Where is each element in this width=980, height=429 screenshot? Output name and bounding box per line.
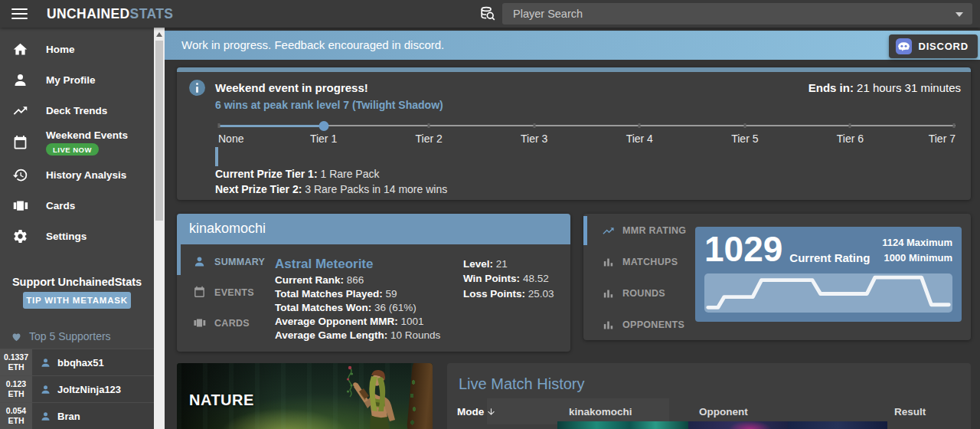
column-result[interactable]: Result (894, 406, 926, 418)
trending-up-icon (12, 103, 28, 119)
main-content: Work in progress. Feedback encouraged in… (165, 28, 980, 429)
tip-with-metamask-button[interactable]: TIP WITH METAMASK (23, 292, 131, 309)
bar-chart-icon (602, 256, 615, 269)
stat-line: Average Game Length: 10 Rounds (275, 329, 463, 341)
home-icon (12, 41, 28, 57)
person-icon (193, 255, 206, 268)
event-title: Weekend event in progress! (215, 81, 368, 94)
person-icon (40, 357, 51, 368)
stat-line: Loss Points: 25.03 (463, 288, 570, 300)
player-search (479, 3, 972, 25)
vertical-scrollbar[interactable] (154, 28, 165, 429)
calendar-icon (12, 135, 28, 151)
logo-bold: UNCHAINED (47, 6, 130, 21)
current-rating-value: 1029 (704, 233, 782, 267)
match-row[interactable] (447, 421, 971, 429)
event-subtitle: 6 wins at peak rank level 7 (Twilight Sh… (215, 99, 961, 111)
sidebar-item-my-profile[interactable]: My Profile (0, 64, 154, 95)
stat-line: Total Matches Won: 36 (61%) (275, 302, 463, 313)
sort-desc-icon (486, 407, 496, 417)
tab-matchups[interactable]: MATCHUPS (583, 247, 695, 278)
nature-card[interactable]: NATURE (177, 363, 433, 429)
stat-line: Current Rank: 866 (275, 274, 463, 286)
tier-labels: None Tier 1 Tier 2 Tier 3 Tier 4 Tier 5 … (218, 133, 956, 146)
supporter-amount: 0.123ETH (0, 376, 32, 402)
mmr-line (708, 277, 949, 307)
supporter-amount: 0.054ETH (0, 403, 32, 429)
menu-icon[interactable] (11, 8, 28, 19)
discord-button[interactable]: DISCORD (889, 34, 978, 58)
mmr-chart (704, 273, 952, 313)
deck-thumbnail (557, 421, 688, 429)
column-player[interactable]: kinakomochi (569, 406, 632, 418)
scroll-up-icon[interactable] (156, 32, 162, 37)
tab-rounds[interactable]: ROUNDS (583, 278, 695, 309)
weekend-event-panel: Weekend event in progress! Ends in: 21 h… (177, 67, 971, 200)
bar-chart-icon (602, 319, 615, 332)
chevron-down-icon[interactable] (956, 12, 963, 17)
nature-label: NATURE (189, 391, 254, 409)
sidebar-item-cards[interactable]: Cards (0, 190, 154, 221)
person-icon (40, 411, 51, 422)
person-icon (40, 384, 51, 395)
cards-icon (193, 316, 206, 329)
database-search-icon[interactable] (479, 5, 496, 22)
mmr-rating-card: 1029 Current Rating 1124 Maximum 1000 Mi… (695, 227, 962, 322)
sidebar-item-home[interactable]: Home (0, 34, 154, 64)
cards-icon (12, 198, 28, 214)
top-supporters-header: Top 5 Supporters (11, 330, 154, 342)
supporter-amount: 0.1337ETH (0, 349, 32, 375)
live-match-history-panel: Live Match History Mode kinakomochi Oppo… (447, 363, 971, 429)
current-prize: Current Prize Tier 1: 1 Rare Pack (215, 168, 961, 180)
rank-title: Astral Meteorite (275, 257, 463, 272)
tab-opponents[interactable]: OPPONENTS (583, 309, 695, 341)
elf-character (335, 365, 408, 429)
tab-summary[interactable]: SUMMARY (177, 247, 275, 277)
stat-line: Total Matches Played: 59 (275, 288, 463, 300)
history-title: Live Match History (459, 375, 971, 393)
supporter-row[interactable]: 0.054ETH Bran (0, 402, 154, 429)
rating-minmax: 1124 Maximum 1000 Minimum (882, 233, 952, 266)
app-logo[interactable]: UNCHAINEDSTATS (47, 6, 173, 22)
trending-up-icon (602, 224, 615, 237)
player-name: kinakomochi (177, 214, 570, 244)
logo-light: STATS (130, 6, 174, 21)
deck-thumbnail (688, 421, 788, 429)
bar-chart-icon (602, 287, 615, 300)
wip-banner: Work in progress. Feedback encouraged in… (165, 31, 980, 60)
sidebar-item-deck-trends[interactable]: Deck Trends (0, 95, 154, 126)
discord-icon (895, 38, 913, 55)
stat-line: Win Points: 48.52 (463, 273, 570, 284)
event-ends: Ends in: 21 hours 31 minutes (808, 81, 961, 94)
tier-progress-slider[interactable] (218, 121, 956, 131)
scrollbar-thumb[interactable] (155, 41, 163, 221)
next-prize: Next Prize Tier 2: 3 Rare Packs in 14 mo… (215, 183, 961, 195)
sidebar-item-history-analysis[interactable]: History Analysis (0, 159, 154, 190)
topbar: UNCHAINEDSTATS (0, 0, 980, 28)
deck-thumbnail (788, 421, 887, 429)
sidebar-item-weekend-events[interactable]: Weekend Events LIVE NOW (0, 126, 154, 159)
tab-cards[interactable]: CARDS (177, 308, 275, 339)
column-mode[interactable]: Mode (457, 406, 496, 418)
current-rating-label: Current Rating (789, 251, 870, 264)
stat-line: Average Opponent MMR: 1001 (275, 316, 463, 327)
support-title: Support UnchainedStats (0, 276, 154, 288)
live-now-badge: LIVE NOW (46, 143, 99, 156)
tab-mmr-rating[interactable]: MMR RATING (583, 215, 695, 247)
heart-icon (11, 331, 22, 342)
calendar-icon (193, 286, 206, 299)
gear-icon (12, 228, 28, 244)
column-opponent[interactable]: Opponent (699, 406, 748, 418)
history-icon (12, 167, 28, 183)
tier-progress-dot[interactable] (318, 121, 328, 131)
player-card: kinakomochi SUMMARY EVENTS (177, 214, 570, 352)
person-icon (12, 72, 28, 88)
sidebar: Home My Profile Deck Trends Weekend Even… (0, 28, 154, 429)
supporter-row[interactable]: 0.1337ETH bbqhax51 (0, 349, 154, 375)
sidebar-item-settings[interactable]: Settings (0, 221, 154, 251)
search-input[interactable] (502, 3, 972, 25)
ivy (410, 377, 417, 429)
tab-events[interactable]: EVENTS (177, 277, 275, 308)
info-icon (189, 80, 205, 96)
supporter-row[interactable]: 0.123ETH JoltzNinja123 (0, 375, 154, 402)
